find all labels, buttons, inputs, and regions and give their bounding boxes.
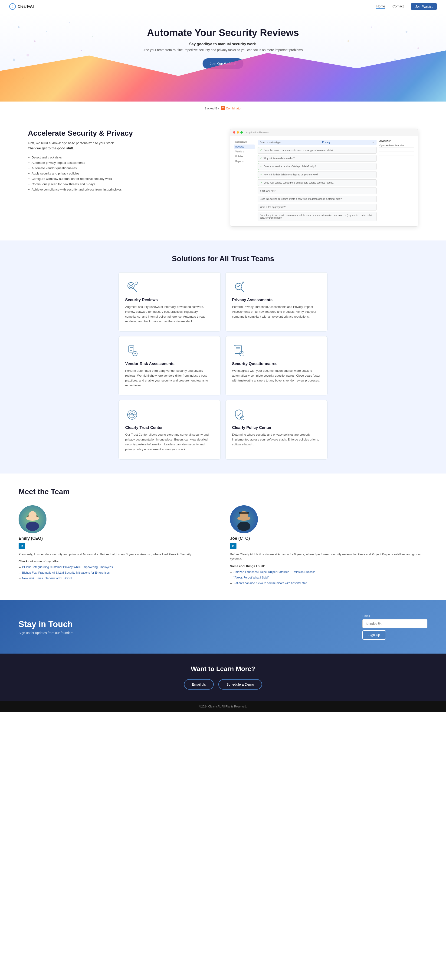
joe-talk-1: "Alexa, Forget What I Said" — [230, 575, 427, 581]
emily-talks-title: Check out some of my talks: — [19, 560, 216, 563]
accelerate-section: Accelerate Security & Privacy First, we … — [0, 115, 446, 240]
joe-talk-1-link[interactable]: "Alexa, Forget What I Said" — [233, 576, 268, 579]
sidebar-dashboard[interactable]: Dashboard — [234, 140, 255, 144]
nav-link-contact[interactable]: Contact — [392, 5, 404, 9]
emily-talk-1-link[interactable]: Bishop Fox: Pragmatic AI & LLM Security … — [22, 571, 110, 574]
accelerate-left: Accelerate Security & Privacy First, we … — [28, 129, 216, 192]
emily-talk-1: Bishop Fox: Pragmatic AI & LLM Security … — [19, 570, 216, 576]
emily-name: Emily (CEO) — [19, 536, 216, 541]
app-header: Application Reviews — [230, 129, 418, 136]
card-vendor-risk-desc: Perform automated third-party vendor sec… — [125, 369, 214, 388]
card-privacy-assessments-desc: Perform Privacy Threshold Assessments an… — [232, 305, 321, 319]
logo-icon: C — [9, 3, 16, 10]
sidebar-vendors[interactable]: Vendors — [234, 150, 255, 154]
bullet-4: Configure workflow automation for repeti… — [28, 176, 216, 181]
emily-talk-2-link[interactable]: New York Times Interview at DEFCON — [22, 577, 71, 580]
app-sidebar: Dashboard Reviews Vendors Policies Repor… — [234, 140, 255, 223]
backed-by-section: Backed By Y Combinator — [0, 102, 446, 115]
minimize-dot — [237, 131, 239, 134]
card-trust-center: Clearly Trust Center Our Trust Center al… — [119, 400, 221, 459]
svg-rect-27 — [235, 345, 241, 354]
svg-point-43 — [26, 516, 39, 521]
app-title: Application Reviews — [246, 131, 269, 134]
svg-line-21 — [241, 289, 244, 292]
answer-0: If you need new data, what... — [379, 143, 414, 148]
question-3: ✓ How is this data deletion configured o… — [258, 171, 376, 178]
check-icon-0: ✓ — [260, 149, 262, 151]
bullet-1: Automate privacy impact assessments — [28, 160, 216, 165]
bullet-5: Continuously scan for new threats and 0-… — [28, 181, 216, 187]
schedule-demo-button[interactable]: Schedule a Demo — [218, 679, 262, 690]
logo: C ClearlyAI — [9, 3, 34, 10]
question-4: ✓ Does your service subscribe to central… — [258, 179, 376, 186]
joe-talk-0-link[interactable]: Amazon Launches Project Kuiper Satellite… — [233, 570, 315, 574]
nav-join-waitlist-button[interactable]: Join Waitlist — [411, 3, 437, 10]
emily-bio: Previously, I owned data security and pr… — [19, 552, 216, 557]
card-trust-center-desc: Our Trust Center allows you to store and… — [125, 433, 214, 452]
joe-name: Joe (CTO) — [230, 536, 427, 541]
sidebar-reports[interactable]: Reports — [234, 159, 255, 164]
logo-text: ClearlyAI — [17, 5, 34, 9]
select-type-row[interactable]: Select a review type Privacy ▼ — [258, 140, 376, 145]
stay-subtitle: Sign up for updates from our founders. — [19, 631, 75, 635]
email-label: Email — [362, 614, 427, 618]
svg-point-11 — [348, 40, 349, 42]
nav-links: Home Contact Join Waitlist — [376, 3, 437, 10]
team-grid: Emily (CEO) in Previously, I owned data … — [19, 505, 427, 587]
signup-button[interactable]: Sign Up — [362, 630, 386, 640]
bullet-3: Apply security and privacy policies — [28, 171, 216, 176]
accelerate-right: Application Reviews Dashboard Reviews Ve… — [230, 129, 418, 226]
question-8: Does it require access to raw customer d… — [258, 212, 376, 221]
dropdown-chevron: ▼ — [372, 141, 374, 143]
bullet-2: Automate vendor questionnaires — [28, 165, 216, 171]
emily-talk-0: PEPR: Safeguarding Customer Privacy Whil… — [19, 565, 216, 570]
app-screenshot: Application Reviews Dashboard Reviews Ve… — [230, 129, 418, 226]
answer-spacer-3: ... — [379, 156, 414, 159]
check-icon-3: ✓ — [260, 173, 262, 176]
card-security-reviews-title: Security Reviews — [125, 298, 214, 302]
navbar: C ClearlyAI Home Contact Join Waitlist — [0, 0, 446, 13]
learn-more-buttons: Email Us Schedule a Demo — [19, 679, 427, 690]
accelerate-intro-bold: Then we get to the good stuff. — [28, 146, 216, 150]
sidebar-reviews[interactable]: Reviews — [234, 145, 255, 149]
team-section: Meet the Team — [0, 474, 446, 601]
svg-point-1 — [34, 40, 35, 42]
joe-talk-0: Amazon Launches Project Kuiper Satellite… — [230, 570, 427, 575]
emily-avatar — [19, 505, 46, 533]
joe-linkedin[interactable]: in — [230, 543, 236, 549]
privacy-label: Privacy — [322, 141, 330, 143]
svg-point-18 — [135, 282, 138, 285]
card-privacy-assessments: Privacy Assessments Perform Privacy Thre… — [225, 272, 327, 331]
joe-talk-2-link[interactable]: Patients can use Alexa to communicate wi… — [233, 582, 307, 585]
question-0: ✓ Does this service or feature introduce… — [258, 147, 376, 154]
answer-panel: AI Answer If you need new data, what... … — [379, 140, 414, 223]
select-type-label: Select a review type — [260, 141, 281, 143]
email-input[interactable] — [362, 619, 427, 628]
joe-avatar-svg — [230, 505, 258, 533]
joe-talks-list: Amazon Launches Project Kuiper Satellite… — [230, 570, 427, 586]
svg-point-40 — [26, 522, 39, 531]
question-5: If not, why not? — [258, 188, 376, 194]
joe-talk-2: Patients can use Alexa to communicate wi… — [230, 581, 427, 586]
nav-link-home[interactable]: Home — [376, 5, 385, 9]
emily-avatar-svg — [19, 505, 46, 533]
emily-talk-0-link[interactable]: PEPR: Safeguarding Customer Privacy Whil… — [22, 565, 113, 569]
card-vendor-risk-title: Vendor Risk Assessments — [125, 361, 214, 366]
accelerate-bullets: Detect and track risks Automate privacy … — [28, 155, 216, 192]
hero-description: Free your team from routine, repetitive … — [9, 48, 437, 52]
answer-spacer-2: ... — [379, 151, 414, 156]
card-security-reviews-desc: Augment security reviews of internally-d… — [125, 305, 214, 324]
app-body: Dashboard Reviews Vendors Policies Repor… — [230, 136, 418, 226]
solutions-title: Solutions for All Trust Teams — [19, 255, 427, 263]
card-trust-center-title: Clearly Trust Center — [125, 425, 214, 430]
svg-point-4 — [27, 54, 29, 56]
emily-linkedin[interactable]: in — [19, 543, 25, 549]
emily-talks-list: PEPR: Safeguarding Customer Privacy Whil… — [19, 565, 216, 582]
sidebar-policies[interactable]: Policies — [234, 154, 255, 159]
bullet-0: Detect and track risks — [28, 155, 216, 160]
email-us-button[interactable]: Email Us — [184, 679, 214, 690]
vendor-icon — [125, 344, 139, 358]
svg-point-2 — [13, 59, 15, 61]
stay-title: Stay in Touch — [19, 619, 75, 629]
svg-rect-49 — [239, 512, 249, 514]
